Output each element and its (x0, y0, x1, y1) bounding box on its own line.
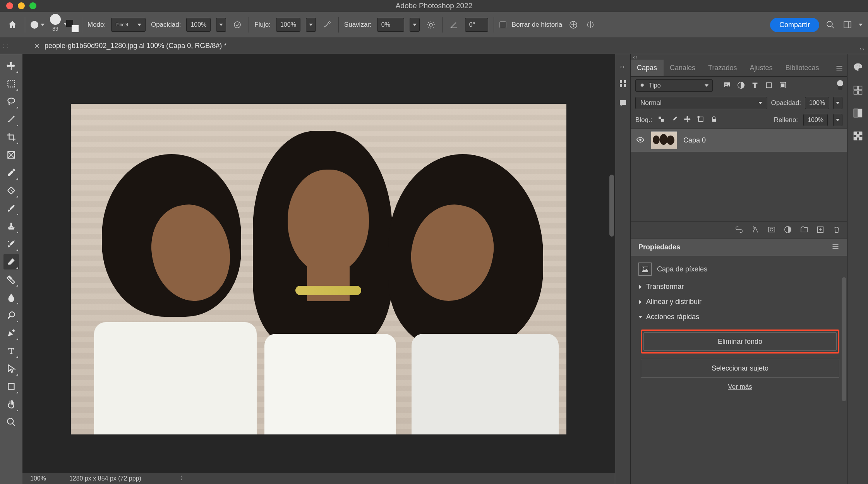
layer-group-icon[interactable] (800, 225, 808, 235)
tab-channels[interactable]: Canales (664, 60, 702, 76)
panel-menu-icon[interactable] (832, 60, 847, 76)
grip-icon[interactable]: ⋮⋮ (2, 44, 10, 48)
section-align[interactable]: Alinear y distribuir (638, 298, 839, 306)
section-quick-actions[interactable]: Acciones rápidas (638, 313, 839, 321)
section-transform[interactable]: Transformar (638, 283, 839, 291)
smoothing-stepper[interactable] (410, 18, 420, 32)
color-panel-icon[interactable] (853, 62, 863, 74)
layer-row[interactable]: Capa 0 (631, 129, 847, 152)
filter-toggle[interactable] (838, 81, 842, 90)
new-layer-icon[interactable] (816, 225, 825, 235)
collapse-arrows-icon[interactable]: ‹‹ (620, 64, 625, 70)
minimize-window[interactable] (18, 2, 25, 9)
smoothing-options-icon[interactable] (425, 19, 437, 31)
lock-artboard-icon[interactable] (697, 115, 705, 124)
patterns-panel-icon[interactable] (853, 130, 863, 142)
layer-mask-icon[interactable] (767, 225, 776, 235)
frame-tool[interactable] (3, 147, 19, 163)
filter-pixel-icon[interactable] (723, 81, 731, 91)
opacity-input[interactable]: 100% (186, 18, 211, 32)
layer-opacity-input[interactable]: 100% (805, 97, 829, 109)
path-selection-tool[interactable] (3, 361, 19, 376)
hand-tool[interactable] (3, 396, 19, 412)
flow-stepper[interactable] (306, 18, 316, 32)
gradient-tool[interactable] (3, 272, 19, 287)
comments-panel-icon[interactable] (618, 99, 628, 109)
document-tab[interactable]: ✕ people-gb1b60d902_1280.jpg al 100% (Ca… (34, 42, 226, 50)
pressure-opacity-icon[interactable] (232, 19, 243, 31)
select-subject-button[interactable]: Seleccionar sujeto (641, 359, 839, 378)
adjustment-layer-icon[interactable] (784, 225, 792, 235)
brush-tool[interactable] (3, 201, 19, 216)
layer-opacity-stepper[interactable] (833, 97, 842, 109)
history-panel-icon[interactable] (618, 79, 628, 89)
tab-layers[interactable]: Capas (631, 60, 664, 76)
blend-mode-dropdown[interactable]: Normal (635, 97, 767, 109)
brush-size-picker[interactable]: 39 (50, 18, 61, 32)
see-more-link[interactable]: Ver más (641, 383, 839, 391)
eyedropper-tool[interactable] (3, 165, 19, 180)
fill-input[interactable]: 100% (803, 114, 828, 126)
mode-dropdown[interactable]: Pincel (111, 18, 146, 32)
share-button[interactable]: Compartir (770, 18, 819, 32)
smoothing-input[interactable]: 0% (377, 18, 404, 32)
collapse-arrows-icon[interactable]: ‹‹ (633, 54, 638, 60)
layer-visibility-icon[interactable] (636, 136, 645, 145)
layer-style-icon[interactable]: fx (751, 225, 760, 235)
lock-position-icon[interactable] (684, 115, 691, 124)
brush-panel-toggle[interactable] (66, 20, 76, 30)
status-flyout-icon[interactable]: 〉 (180, 474, 186, 482)
marquee-tool[interactable] (3, 76, 19, 91)
tab-paths[interactable]: Trazados (702, 60, 743, 76)
home-button[interactable] (5, 18, 19, 32)
erase-history-checkbox[interactable] (499, 21, 506, 28)
healing-brush-tool[interactable] (3, 183, 19, 198)
properties-menu-icon[interactable] (832, 243, 839, 252)
history-brush-tool[interactable] (3, 236, 19, 252)
close-window[interactable] (6, 2, 13, 9)
pressure-size-icon[interactable] (568, 19, 579, 31)
crop-tool[interactable] (3, 129, 19, 145)
remove-background-button[interactable]: Eliminar fondo (643, 332, 837, 351)
clone-stamp-tool[interactable] (3, 218, 19, 234)
symmetry-icon[interactable] (585, 19, 596, 31)
lock-all-icon[interactable] (710, 115, 718, 124)
angle-input[interactable]: 0° (465, 18, 488, 32)
dodge-tool[interactable] (3, 307, 19, 323)
collapse-arrows-icon[interactable]: ›› (860, 46, 865, 52)
airbrush-icon[interactable] (321, 19, 333, 31)
tab-libraries[interactable]: Bibliotecas (779, 60, 825, 76)
tab-adjustments[interactable]: Ajustes (743, 60, 779, 76)
layer-filter-dropdown[interactable]: Tipo (635, 79, 713, 92)
delete-layer-icon[interactable] (832, 225, 841, 235)
search-icon[interactable] (825, 19, 836, 31)
type-tool[interactable] (3, 343, 19, 359)
workspace-icon[interactable] (842, 19, 853, 31)
layer-name[interactable]: Capa 0 (683, 136, 706, 144)
zoom-level[interactable]: 100% (30, 475, 46, 482)
filter-smart-icon[interactable] (779, 81, 787, 91)
flow-input[interactable]: 100% (276, 18, 300, 32)
opacity-stepper[interactable] (216, 18, 226, 32)
zoom-tool[interactable] (3, 414, 19, 430)
filter-adjustment-icon[interactable] (737, 81, 745, 91)
properties-scrollbar[interactable] (842, 277, 846, 401)
tool-preset-picker[interactable] (31, 21, 45, 29)
lock-pixels-icon[interactable] (671, 115, 678, 124)
eraser-tool[interactable] (3, 254, 19, 269)
blur-tool[interactable] (3, 290, 19, 305)
link-layers-icon[interactable] (735, 225, 743, 235)
swatches-panel-icon[interactable] (853, 85, 863, 97)
maximize-window[interactable] (29, 2, 36, 9)
canvas-scrollbar[interactable] (609, 175, 614, 237)
magic-wand-tool[interactable] (3, 112, 19, 127)
move-tool[interactable] (3, 58, 19, 74)
fill-stepper[interactable] (833, 114, 842, 126)
lasso-tool[interactable] (3, 94, 19, 109)
filter-shape-icon[interactable] (765, 81, 773, 91)
shape-tool[interactable] (3, 379, 19, 394)
pen-tool[interactable] (3, 325, 19, 341)
close-tab-icon[interactable]: ✕ (34, 42, 40, 50)
gradients-panel-icon[interactable] (853, 108, 863, 120)
document-canvas[interactable] (71, 104, 566, 434)
